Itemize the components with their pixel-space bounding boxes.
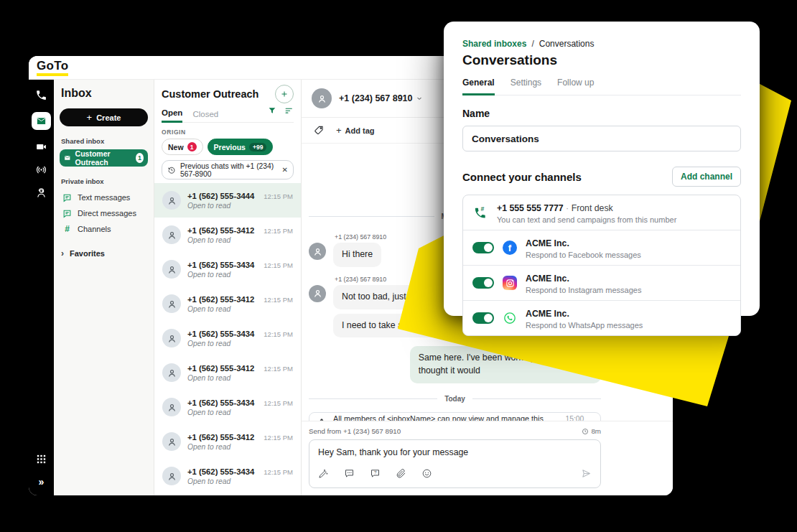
- channel-name: ACME Inc.: [526, 274, 569, 284]
- conversation-phone: +1 (562) 555-3434: [187, 330, 254, 338]
- conversation-list-item[interactable]: +1 (562) 555-341212:15 PMOpen to read: [154, 286, 301, 321]
- conversation-list-item[interactable]: +1 (562) 555-341212:15 PMOpen to read: [154, 355, 301, 390]
- person-avatar-icon: [162, 398, 181, 416]
- tab-open[interactable]: Open: [162, 108, 182, 123]
- sidebar-item-text-messages[interactable]: Text messages: [60, 190, 148, 205]
- instagram-icon: [503, 276, 517, 290]
- facebook-icon: f: [503, 241, 517, 255]
- conversation-list-item[interactable]: +1 (562) 555-343412:15 PMOpen to read: [154, 390, 301, 424]
- conversation-list-item[interactable]: +1 (562) 555-344412:15 PMOpen to read: [154, 183, 301, 218]
- attachment-icon[interactable]: [396, 468, 406, 482]
- filter-funnel-icon[interactable]: [268, 106, 277, 118]
- private-inbox-label: Private inbox: [61, 177, 146, 185]
- sidebar-title: Inbox: [61, 87, 148, 100]
- conversation-phone: +1 (562) 555-3434: [187, 261, 254, 269]
- channel-toggle[interactable]: [472, 242, 494, 253]
- app-grid-icon[interactable]: [35, 453, 47, 465]
- contact-name-dropdown[interactable]: +1 (234) 567 8910: [339, 93, 423, 103]
- phone-hash-icon: #: [472, 205, 488, 220]
- conversation-status: Open to read: [187, 409, 293, 416]
- video-meeting-icon[interactable]: [35, 141, 47, 153]
- contact-center-agent-icon[interactable]: [35, 187, 47, 199]
- shared-inbox-label: Shared inbox: [61, 137, 146, 145]
- inbox-sidebar: Inbox + Create Shared inbox Customer Out…: [54, 80, 154, 495]
- date-divider-today: Today: [309, 395, 601, 403]
- origin-label: ORIGIN: [162, 129, 294, 136]
- sidebar-item-direct-messages[interactable]: Direct messages: [60, 205, 148, 221]
- conversation-time: 12:15 PM: [264, 192, 293, 200]
- inbox-icon-selected[interactable]: [32, 112, 51, 130]
- conversation-list-item[interactable]: +1 (562) 555-343412:15 PMOpen to read: [154, 252, 301, 286]
- composer-timer: 8m: [582, 427, 601, 435]
- ai-rewrite-icon[interactable]: [318, 468, 329, 482]
- channel-name: ACME Inc.: [526, 238, 569, 248]
- collapse-double-chevron-icon[interactable]: »: [39, 477, 45, 487]
- sidebar-item-customer-outreach[interactable]: Customer Outreach 1: [60, 149, 148, 167]
- previous-count-badge: +99: [249, 143, 266, 151]
- inbox-icon: [64, 154, 71, 162]
- channel-description: Respond to WhatsApp messages: [526, 321, 643, 330]
- channel-description: Respond to Facebook messages: [526, 251, 641, 259]
- name-label: Name: [462, 108, 741, 119]
- message-input[interactable]: Hey Sam, thank you for your message ?: [309, 439, 601, 488]
- conversation-status: Open to read: [187, 477, 293, 485]
- channels-heading: Connect your channels: [462, 171, 582, 183]
- active-filter-pill[interactable]: Previous chats with +1 (234) 567-8900 ✕: [162, 160, 294, 179]
- tag-icon: [314, 125, 325, 136]
- conversation-list-panel: Customer Outreach Open Closed ORIGIN: [154, 80, 302, 495]
- emoji-icon[interactable]: [421, 468, 432, 482]
- person-avatar-icon: [162, 191, 181, 210]
- tab-closed[interactable]: Closed: [192, 110, 218, 122]
- sort-icon[interactable]: [284, 106, 294, 118]
- composer: Send from +1 (234) 567 8910 8m Hey Sam, …: [302, 421, 673, 495]
- chip-previous[interactable]: Previous +99: [208, 139, 274, 155]
- broadcast-icon[interactable]: [35, 164, 47, 176]
- name-input[interactable]: Conversations: [462, 126, 741, 151]
- chip-new[interactable]: New 1: [162, 139, 203, 155]
- conversation-time: 12:15 PM: [264, 296, 293, 304]
- conversation-phone: +1 (562) 555-3444: [187, 192, 254, 200]
- send-icon[interactable]: [581, 468, 592, 482]
- conversation-phone: +1 (562) 555-3412: [187, 295, 254, 304]
- conversation-list-item[interactable]: +1 (562) 555-341212:15 PMOpen to read: [154, 493, 301, 495]
- message-bubble: Not too bad, just trying to: [333, 285, 449, 309]
- sidebar-item-channels[interactable]: # Channels: [60, 221, 148, 237]
- conversation-time: 12:15 PM: [264, 330, 293, 338]
- breadcrumb-current: Conversations: [539, 39, 595, 49]
- channel-toggle[interactable]: [472, 312, 494, 324]
- favorites-toggle[interactable]: › Favorites: [61, 248, 146, 258]
- tab-follow-up[interactable]: Follow up: [557, 78, 594, 95]
- new-count-badge: 1: [187, 142, 197, 151]
- person-avatar-icon: [309, 243, 326, 260]
- conversation-phone: +1 (562) 555-3412: [187, 226, 254, 235]
- person-avatar-icon: [162, 363, 181, 382]
- conversation-status: Open to read: [187, 202, 293, 210]
- conversation-list-item[interactable]: +1 (562) 555-343412:15 PMOpen to read: [154, 459, 301, 493]
- person-avatar-icon: [162, 329, 181, 347]
- message-bubble: Same here. I've been working on this pro…: [410, 346, 601, 383]
- tab-general[interactable]: General: [462, 78, 495, 95]
- create-button[interactable]: + Create: [60, 108, 148, 126]
- new-conversation-button[interactable]: [275, 85, 294, 103]
- notice-time: 15:00 PM: [566, 415, 594, 421]
- breadcrumb-shared-inboxes-link[interactable]: Shared inboxes: [462, 39, 526, 49]
- phone-icon[interactable]: [35, 89, 47, 101]
- conversation-list-item[interactable]: +1 (562) 555-343412:15 PMOpen to read: [154, 321, 301, 355]
- tab-settings[interactable]: Settings: [511, 78, 541, 95]
- survey-icon[interactable]: ?: [370, 468, 381, 482]
- conversation-status: Open to read: [187, 236, 293, 244]
- conversation-list-item[interactable]: +1 (562) 555-341212:15 PMOpen to read: [154, 424, 301, 459]
- add-channel-button[interactable]: Add channel: [672, 167, 741, 187]
- close-icon[interactable]: ✕: [282, 166, 288, 174]
- conversation-list-item[interactable]: +1 (562) 555-341212:15 PMOpen to read: [154, 218, 301, 252]
- channel-toggle[interactable]: [472, 277, 494, 289]
- message-bubble: Hi there: [333, 243, 381, 267]
- send-from-label: Send from +1 (234) 567 8910: [309, 427, 401, 435]
- conversations-settings-card: Shared inboxes / Conversations Conversat…: [444, 22, 760, 316]
- add-tag-button[interactable]: + Add tag: [336, 125, 375, 136]
- goto-logo: GoTo: [37, 60, 68, 76]
- person-avatar-icon: [309, 285, 326, 302]
- unread-badge: 1: [136, 153, 144, 163]
- saved-replies-icon[interactable]: [344, 468, 355, 482]
- person-avatar-icon: [162, 432, 181, 451]
